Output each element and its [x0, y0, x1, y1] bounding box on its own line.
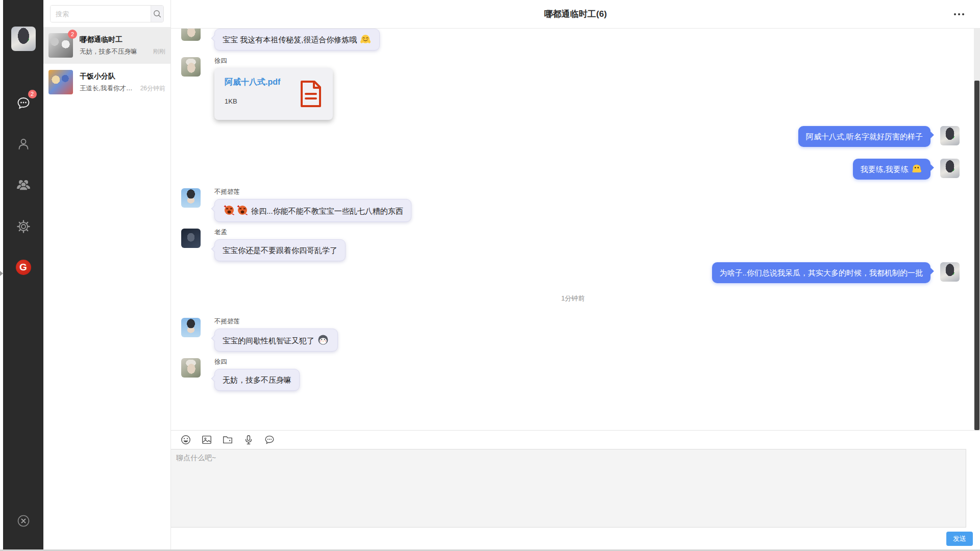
chat-list-item[interactable]: 干饭小分队王道长,我看你才…26分钟前	[43, 64, 170, 101]
message-input[interactable]	[171, 449, 966, 527]
folder-icon	[222, 434, 233, 445]
my-avatar[interactable]	[11, 27, 36, 51]
message-text: 我要练,我要练	[861, 165, 911, 173]
message-row: 老孟宝宝你还是不要跟着你四哥乱学了	[181, 229, 965, 261]
app-window: 2 G	[0, 0, 980, 551]
chat-list: 2哪都通临时工无妨，技多不压身嘛刚刚干饭小分队王道长,我看你才…26分钟前	[43, 27, 170, 101]
message-avatar[interactable]	[940, 262, 960, 282]
g-logo-icon: G	[16, 260, 31, 275]
scrollbar-thumb[interactable]	[974, 81, 979, 430]
sender-name: 徐四	[214, 57, 227, 65]
search-button[interactable]	[151, 6, 163, 22]
chat-title: 哪都通临时工	[80, 35, 165, 44]
microphone-icon	[243, 434, 254, 445]
message-bubble: 为啥子..你们总说我呆瓜，其实大多的时候，我都机制的一批	[712, 262, 930, 283]
pdf-file-icon	[299, 80, 323, 110]
scrollbar-track[interactable]	[974, 29, 980, 430]
sender-name: 不摇碧莲	[214, 318, 240, 325]
time-divider: 1分钟前	[181, 294, 965, 303]
sidebar: 2 G	[3, 0, 43, 549]
search-input[interactable]	[51, 6, 151, 22]
message-scroll-region: 宝宝 我这有本祖传秘笈,很适合你修炼哦 徐四阿威十八式.pdf1KB阿威十八式,…	[171, 29, 974, 430]
close-circle-icon	[17, 514, 30, 528]
enraged-face-emoji	[236, 207, 249, 215]
sender-name: 徐四	[214, 358, 227, 366]
image-icon	[201, 434, 212, 445]
message-avatar[interactable]	[940, 126, 960, 145]
chat-avatar	[48, 70, 73, 94]
chat-title: 干饭小分队	[80, 71, 165, 81]
chat-time: 26分钟前	[140, 84, 165, 93]
group-icon	[16, 178, 31, 192]
file-message-card[interactable]: 阿威十八式.pdf1KB	[214, 68, 333, 120]
search-row	[43, 0, 170, 27]
message-avatar[interactable]	[181, 29, 201, 41]
input-toolbar	[171, 430, 980, 449]
sidebar-item-contacts[interactable]	[13, 134, 34, 154]
send-file-button[interactable]	[220, 432, 235, 447]
more-options-icon[interactable]	[951, 10, 967, 18]
search-icon	[153, 9, 162, 18]
conversation-header: 哪都通临时工(6)	[171, 0, 980, 29]
message-avatar[interactable]	[181, 318, 201, 337]
message-row: 宝宝 我这有本祖传秘笈,很适合你修炼哦	[181, 29, 965, 51]
message-area: 宝宝 我这有本祖传秘笈,很适合你修炼哦 徐四阿威十八式.pdf1KB阿威十八式,…	[171, 29, 980, 430]
voice-message-button[interactable]	[241, 432, 256, 447]
message-bubble: 宝宝的间歇性机智证又犯了	[214, 329, 338, 352]
chat-list-item[interactable]: 2哪都通临时工无妨，技多不压身嘛刚刚	[43, 27, 170, 64]
chat-record-button[interactable]	[262, 432, 277, 447]
chat-bubble-icon	[16, 96, 31, 110]
gear-icon	[16, 219, 31, 234]
sender-name: 不摇碧莲	[214, 188, 240, 196]
sender-name: 老孟	[214, 229, 227, 236]
message-row: 为啥子..你们总说我呆瓜，其实大多的时候，我都机制的一批	[181, 262, 965, 283]
message-text: 阿威十八式,听名字就好厉害的样子	[806, 132, 923, 141]
unread-badge: 2	[28, 90, 37, 98]
unread-badge: 2	[68, 30, 77, 39]
message-input-zone	[171, 449, 966, 528]
search-box	[50, 5, 164, 22]
chat-last-message: 无妨，技多不压身嘛	[80, 47, 150, 56]
message-bubble: 无妨，技多不压身嘛	[214, 369, 300, 391]
emoji-picker-button[interactable]	[178, 432, 193, 447]
penguin-emoji	[316, 336, 330, 345]
message-text: 无妨，技多不压身嘛	[223, 375, 291, 384]
message-row: 不摇碧莲 徐四...你能不能不教宝宝一些乱七八糟的东西	[181, 188, 965, 222]
message-text: 徐四...你能不能不教宝宝一些乱七八糟的东西	[249, 207, 403, 215]
message-text: 宝宝 我这有本祖传秘笈,很适合你修炼哦	[223, 35, 359, 44]
chat-last-message: 王道长,我看你才…	[80, 84, 137, 93]
message-row: 阿威十八式,听名字就好厉害的样子	[181, 126, 965, 147]
message-bubble: 我要练,我要练	[853, 159, 930, 180]
sidebar-item-logo[interactable]: G	[13, 257, 34, 278]
melting-face-emoji	[911, 165, 923, 173]
message-bubble: 徐四...你能不能不教宝宝一些乱七八糟的东西	[214, 199, 411, 222]
message-bubble: 宝宝你还是不要跟着你四哥乱学了	[214, 239, 346, 261]
sidebar-item-groups[interactable]	[13, 174, 34, 195]
message-text: 宝宝你还是不要跟着你四哥乱学了	[223, 246, 337, 255]
message-text: 宝宝的间歇性机智证又犯了	[223, 336, 316, 345]
sidebar-close-button[interactable]	[13, 511, 34, 531]
message-avatar[interactable]	[181, 57, 201, 77]
message-avatar[interactable]	[181, 188, 201, 208]
conversation-panel: 哪都通临时工(6) 宝宝 我这有本祖传秘笈,很适合你修炼哦 徐四阿威十八式.pd…	[171, 0, 980, 549]
person-icon	[16, 137, 31, 151]
chat-list-panel: 2哪都通临时工无妨，技多不压身嘛刚刚干饭小分队王道长,我看你才…26分钟前	[43, 0, 171, 549]
message-bubble-icon	[264, 434, 275, 445]
sidebar-item-settings[interactable]	[13, 216, 34, 237]
message-bubble: 阿威十八式,听名字就好厉害的样子	[798, 126, 930, 147]
chat-time: 刚刚	[153, 47, 165, 56]
hugging-face-emoji	[359, 35, 372, 44]
chat-avatar: 2	[48, 33, 73, 58]
enraged-face-emoji	[223, 207, 236, 215]
message-avatar[interactable]	[181, 229, 201, 248]
message-avatar[interactable]	[181, 358, 201, 378]
message-row: 徐四阿威十八式.pdf1KB	[181, 57, 965, 120]
message-text: 为啥子..你们总说我呆瓜，其实大多的时候，我都机制的一批	[720, 268, 923, 277]
message-row: 我要练,我要练	[181, 159, 965, 180]
send-image-button[interactable]	[199, 432, 214, 447]
conversation-title: 哪都通临时工(6)	[544, 8, 607, 20]
message-avatar[interactable]	[940, 159, 960, 178]
send-button[interactable]: 发送	[946, 532, 973, 546]
message-row: 不摇碧莲宝宝的间歇性机智证又犯了	[181, 318, 965, 352]
sidebar-item-chats[interactable]: 2	[13, 93, 34, 113]
